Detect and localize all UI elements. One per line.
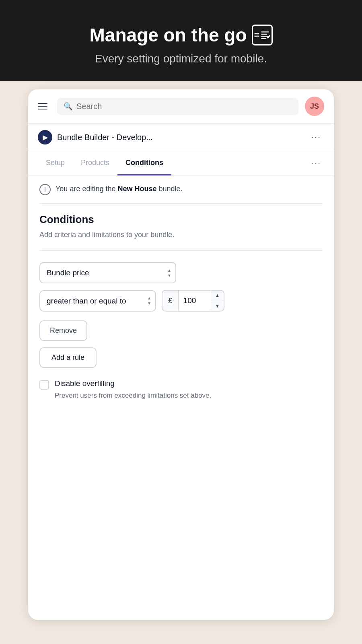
value-input-wrapper: £ ▲ ▼ xyxy=(162,290,224,312)
card-wrapper: 🔍 JS ▶ Bundle Builder - Develop... ··· S… xyxy=(0,81,362,644)
condition-select-wrapper: greater than or equal to less than or eq… xyxy=(39,290,156,312)
avatar[interactable]: JS xyxy=(305,97,324,116)
value-input[interactable] xyxy=(179,291,211,311)
checkbox-label: Disable overfilling xyxy=(55,379,211,388)
app-icon: ▶ xyxy=(38,130,52,144)
info-banner: i You are editing the New House bundle. xyxy=(39,175,323,204)
hamburger-line-2 xyxy=(38,106,47,107)
info-prefix: You are editing the xyxy=(56,185,117,193)
bundle-price-select[interactable]: Bundle price Bundle quantity Product cou… xyxy=(39,262,176,283)
main-card: 🔍 JS ▶ Bundle Builder - Develop... ··· S… xyxy=(28,89,334,620)
hero-section: Manage on the go Every setting optimized… xyxy=(0,0,362,81)
svg-rect-0 xyxy=(261,31,269,32)
svg-rect-3 xyxy=(261,38,266,39)
increment-button[interactable]: ▲ xyxy=(211,291,224,301)
tab-products[interactable]: Products xyxy=(73,151,117,175)
search-icon: 🔍 xyxy=(64,102,72,111)
content-area: i You are editing the New House bundle. … xyxy=(28,175,334,417)
disable-overfilling-checkbox[interactable] xyxy=(39,380,49,390)
info-suffix: bundle. xyxy=(157,185,183,193)
app-more-button[interactable]: ··· xyxy=(308,130,324,144)
hero-subtitle: Every setting optimized for mobile. xyxy=(95,52,267,65)
conditions-section: Conditions Add criteria and limitations … xyxy=(39,204,323,401)
spinner-buttons: ▲ ▼ xyxy=(211,291,224,311)
decrement-button[interactable]: ▼ xyxy=(211,301,224,311)
hero-title-text: Manage on the go xyxy=(90,24,247,46)
app-arrow-icon: ▶ xyxy=(43,134,47,141)
hamburger-line-1 xyxy=(38,103,47,104)
hero-title: Manage on the go xyxy=(90,24,273,46)
info-icon: i xyxy=(39,184,51,195)
currency-symbol: £ xyxy=(162,291,179,311)
app-title-bar: ▶ Bundle Builder - Develop... ··· xyxy=(28,124,334,151)
conditions-title: Conditions xyxy=(39,213,323,226)
search-input[interactable] xyxy=(76,102,292,111)
svg-rect-2 xyxy=(261,36,268,37)
tab-conditions[interactable]: Conditions xyxy=(117,151,171,175)
bundle-name: New House xyxy=(117,185,156,193)
tabs-bar: Setup Products Conditions ··· xyxy=(28,151,334,175)
app-title-text: Bundle Builder - Develop... xyxy=(57,133,303,142)
tab-setup[interactable]: Setup xyxy=(38,151,73,175)
bundle-price-select-wrapper: Bundle price Bundle quantity Product cou… xyxy=(39,262,176,283)
list-icon xyxy=(260,30,270,40)
info-text: You are editing the New House bundle. xyxy=(56,184,183,194)
rule-row: greater than or equal to less than or eq… xyxy=(39,290,323,312)
divider xyxy=(39,250,323,251)
tabs-more-button[interactable]: ··· xyxy=(308,155,324,172)
disable-overfilling-section: Disable overfilling Prevent users from e… xyxy=(39,379,323,401)
search-bar[interactable]: 🔍 xyxy=(57,98,298,115)
checkbox-content: Disable overfilling Prevent users from e… xyxy=(55,379,211,401)
checkbox-description: Prevent users from exceeding limitations… xyxy=(55,390,211,401)
conditions-subtitle: Add criteria and limitations to your bun… xyxy=(39,231,323,239)
header-bar: 🔍 JS xyxy=(28,89,334,124)
add-rule-button[interactable]: Add a rule xyxy=(39,347,97,368)
hamburger-menu-button[interactable] xyxy=(38,100,51,113)
remove-button[interactable]: Remove xyxy=(39,320,87,341)
svg-rect-1 xyxy=(261,34,267,35)
hero-icon xyxy=(252,25,273,45)
condition-operator-select[interactable]: greater than or equal to less than or eq… xyxy=(39,290,156,312)
hamburger-line-3 xyxy=(38,109,47,109)
